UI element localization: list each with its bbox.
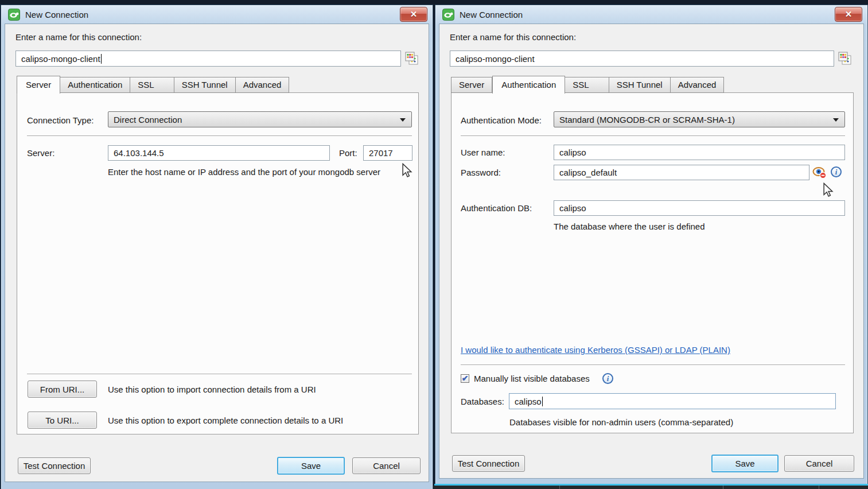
tab-server[interactable]: Server <box>17 76 60 94</box>
tab-ssh-tunnel[interactable]: SSH Tunnel <box>174 77 236 93</box>
mouse-pointer-cursor <box>822 183 834 197</box>
server-host-input[interactable] <box>108 145 330 161</box>
auth-db-help-text: The database where the user is defined <box>554 222 705 231</box>
from-uri-help-text: Use this option to import connection det… <box>108 385 316 394</box>
name-label: Enter a name for this connection: <box>15 32 142 42</box>
connection-type-select[interactable]: Direct Connection <box>108 111 412 127</box>
color-palette-icon[interactable] <box>405 52 419 65</box>
from-uri-button[interactable]: From URI... <box>28 381 97 398</box>
server-tab-panel: Connection Type: Direct Connection Serve… <box>17 92 419 434</box>
dialog-title: New Connection <box>460 10 523 20</box>
databases-input[interactable]: calipso <box>509 393 836 409</box>
text-caret <box>542 397 543 406</box>
password-label: Password: <box>461 168 501 177</box>
dialog-title: New Connection <box>25 10 88 20</box>
tab-ssl[interactable]: SSL <box>130 77 174 93</box>
server-help-text: Enter the host name or IP address and th… <box>108 167 380 177</box>
connection-name-input[interactable]: calipso-mongo-client <box>15 51 401 67</box>
auth-db-input[interactable] <box>554 200 845 216</box>
title-bar[interactable]: New Connection ✕ <box>1 5 433 24</box>
mouse-pointer-cursor <box>400 163 413 178</box>
tab-ssh-tunnel[interactable]: SSH Tunnel <box>609 77 671 93</box>
dialog-body: Enter a name for this connection: calips… <box>5 24 429 482</box>
auth-mode-label: Authentication Mode: <box>461 115 542 125</box>
info-icon[interactable]: i <box>831 166 842 177</box>
manually-list-databases-checkbox[interactable]: ✔ <box>461 374 469 383</box>
divider <box>723 486 723 489</box>
name-label: Enter a name for this connection: <box>450 32 576 42</box>
dialog-body: Enter a name for this connection: Server… <box>439 24 864 479</box>
close-icon[interactable]: ✕ <box>835 7 862 22</box>
robomongo-turtle-icon <box>442 9 454 21</box>
cancel-button[interactable]: Cancel <box>784 455 854 472</box>
separator <box>461 364 845 365</box>
separator <box>27 374 412 374</box>
background-table-strip <box>433 486 868 489</box>
password-input[interactable] <box>554 165 809 180</box>
divider <box>819 486 819 489</box>
username-input[interactable] <box>554 145 845 160</box>
manually-list-databases-label: Manually list visible databases <box>474 374 590 383</box>
checkmark-icon: ✔ <box>462 374 469 382</box>
databases-label: Databases: <box>461 397 504 406</box>
save-button[interactable]: Save <box>277 457 345 475</box>
connection-name-input[interactable] <box>450 51 834 67</box>
auth-mode-select[interactable]: Standard (MONGODB-CR or SCRAM-SHA-1) <box>554 111 845 127</box>
robomongo-turtle-icon <box>8 9 20 21</box>
test-connection-button[interactable]: Test Connection <box>18 457 91 474</box>
chevron-down-icon <box>833 118 839 122</box>
info-icon[interactable]: i <box>602 373 613 384</box>
tab-ssl[interactable]: SSL <box>565 77 609 93</box>
cancel-button[interactable]: Cancel <box>352 457 421 474</box>
tab-advanced[interactable]: Advanced <box>671 77 725 93</box>
tab-authentication[interactable]: Authentication <box>60 77 130 93</box>
to-uri-button[interactable]: To URI... <box>28 412 97 429</box>
auth-db-label: Authentication DB: <box>461 203 532 213</box>
separator <box>461 135 845 136</box>
show-password-eye-icon[interactable] <box>812 166 827 180</box>
to-uri-help-text: Use this option to export complete conne… <box>108 416 343 425</box>
close-icon[interactable]: ✕ <box>400 7 427 22</box>
tab-server[interactable]: Server <box>451 77 492 93</box>
connection-type-label: Connection Type: <box>27 115 94 125</box>
server-label: Server: <box>27 148 55 158</box>
port-label: Port: <box>339 148 357 158</box>
new-connection-dialog-server: New Connection ✕ Enter a name for this c… <box>1 5 433 489</box>
color-palette-icon[interactable] <box>838 52 852 65</box>
tab-authentication[interactable]: Authentication <box>492 76 565 94</box>
chevron-down-icon <box>400 118 406 122</box>
save-button[interactable]: Save <box>711 455 779 472</box>
databases-help-text: Databases visible for non-admin users (c… <box>509 417 733 427</box>
tab-advanced[interactable]: Advanced <box>236 77 290 93</box>
divider <box>559 486 560 489</box>
test-connection-button[interactable]: Test Connection <box>452 455 525 472</box>
kerberos-ldap-link[interactable]: I would like to authenticate using Kerbe… <box>461 345 730 355</box>
separator <box>27 135 412 136</box>
title-bar[interactable]: New Connection ✕ <box>435 5 867 24</box>
authentication-tab-panel: Authentication Mode: Standard (MONGODB-C… <box>451 92 854 433</box>
server-port-input[interactable] <box>363 145 412 161</box>
username-label: User name: <box>461 148 505 157</box>
text-caret <box>101 54 102 64</box>
new-connection-dialog-authentication: New Connection ✕ Enter a name for this c… <box>435 5 868 485</box>
